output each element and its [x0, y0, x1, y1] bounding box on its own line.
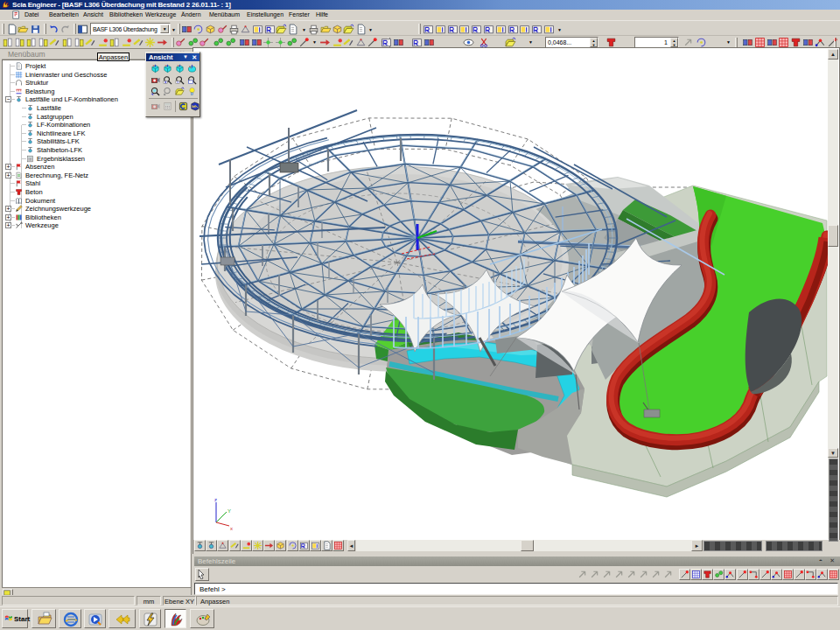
svg-text:Y: Y	[228, 508, 231, 514]
svg-text:x: x	[230, 526, 233, 531]
svg-text:z: z	[214, 497, 217, 502]
